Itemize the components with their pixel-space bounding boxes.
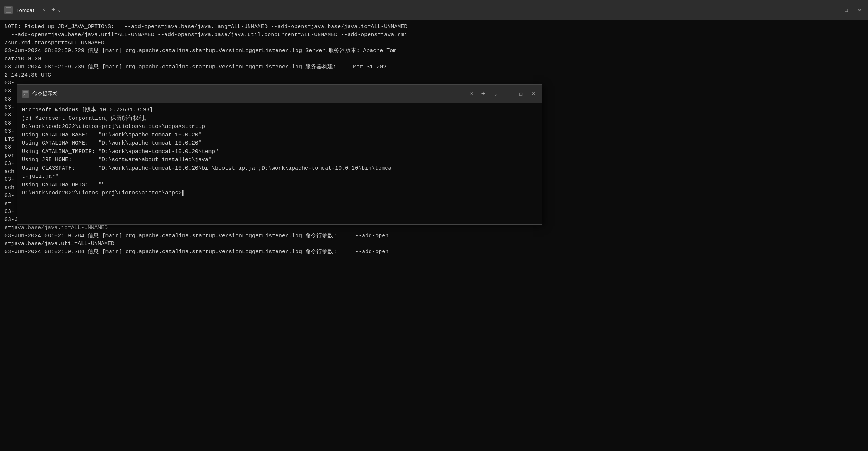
terminal-line: 03-Jun-2024 08:02:59.229 信息 [main] org.a… [4, 47, 864, 55]
main-minimize-button[interactable]: — [829, 6, 837, 14]
cmd-title-bar: 命令提示符 × + ⌄ — ☐ × [17, 85, 542, 103]
cmd-terminal-line: Using JRE_HOME: "D:\software\about_insta… [22, 156, 538, 165]
terminal-line: cat/10.0.20 [4, 55, 864, 63]
main-window-controls: — ☐ ✕ [829, 6, 864, 14]
main-title-bar: Tomcat × + ⌄ — ☐ ✕ [0, 0, 868, 20]
terminal-line: --add-opens=java.base/java.util=ALL-UNNA… [4, 31, 864, 39]
svg-rect-1 [7, 10, 8, 10]
terminal-line: s=java.base/java.util=ALL-UNNAMED [4, 240, 864, 248]
cmd-terminal-line: Using CLASSPATH: "D:\work\apache-tomcat-… [22, 165, 538, 173]
cmd-window-controls: + ⌄ — ☐ × [479, 90, 538, 98]
cmd-close-button[interactable]: × [529, 90, 538, 98]
cmd-tab-label: 命令提示符 [32, 91, 469, 97]
main-window: Tomcat × + ⌄ — ☐ ✕ NOTE: Picked up JDK_J… [0, 0, 868, 451]
main-tab-close-button[interactable]: × [42, 7, 45, 13]
cmd-dropdown-button[interactable]: ⌄ [492, 90, 500, 98]
terminal-line: 03-Jun-2024 08:02:59.284 信息 [main] org.a… [4, 248, 864, 256]
cmd-terminal-content[interactable]: Microsoft Windows [版本 10.0.22631.3593](c… [17, 103, 542, 224]
terminal-line: 2 14:24:36 UTC [4, 71, 864, 79]
terminal-line: NOTE: Picked up JDK_JAVA_OPTIONS: --add-… [4, 23, 864, 31]
cmd-terminal-line: Using CATALINA_OPTS: "" [22, 181, 538, 190]
cmd-terminal-line: (c) Microsoft Corporation。保留所有权利。 [22, 115, 538, 123]
main-tab-dropdown-button[interactable]: ⌄ [58, 7, 61, 13]
terminal-line: s=java.base/java.io=ALL-UNNAMED [4, 224, 864, 232]
main-new-tab-button[interactable]: + [51, 6, 56, 14]
cmd-minimize-button[interactable]: — [504, 90, 512, 98]
cmd-terminal-line: Using CATALINA_TMPDIR: "D:\work\apache-t… [22, 148, 538, 156]
cmd-maximize-button[interactable]: ☐ [517, 90, 525, 98]
cmd-terminal-line: Using CATALINA_BASE: "D:\work\apache-tom… [22, 131, 538, 140]
cmd-tab-close-button[interactable]: × [470, 91, 473, 97]
terminal-line: 03-Jun-2024 08:02:59.284 信息 [main] org.a… [4, 232, 864, 240]
cmd-new-tab-button[interactable]: + [479, 90, 487, 98]
cmd-window: 命令提示符 × + ⌄ — ☐ × Microsoft Windows [版本 … [17, 84, 542, 225]
cmd-terminal-line: D:\work\code2022\uiotos-proj\uiotos\aiot… [22, 123, 538, 131]
cmd-terminal-line: Microsoft Windows [版本 10.0.22631.3593] [22, 106, 538, 115]
main-tab-area: Tomcat × + ⌄ [4, 6, 829, 14]
main-maximize-button[interactable]: ☐ [842, 6, 850, 14]
terminal-line: 03-Jun-2024 08:02:59.239 信息 [main] org.a… [4, 63, 864, 71]
cmd-tab-icon [22, 90, 29, 98]
terminal-line: /sun.rmi.transport=ALL-UNNAMED [4, 39, 864, 47]
cmd-terminal-line: t-juli.jar" [22, 173, 538, 181]
cmd-terminal-line: Using CATALINA_HOME: "D:\work\apache-tom… [22, 139, 538, 148]
main-close-button[interactable]: ✕ [855, 6, 864, 14]
main-tab-label: Tomcat [16, 7, 34, 13]
cmd-terminal-line: D:\work\code2022\uiotos-proj\uiotos\aiot… [22, 189, 538, 198]
main-tab-icon [4, 6, 13, 14]
